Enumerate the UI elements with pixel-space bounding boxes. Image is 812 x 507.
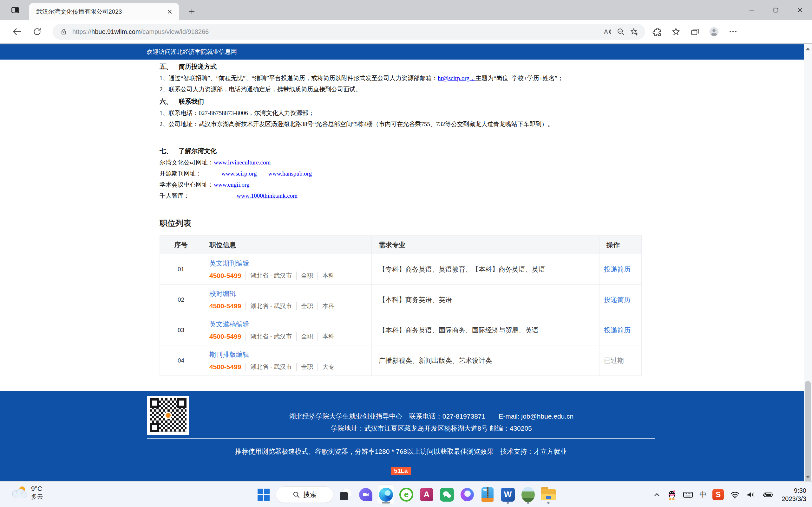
battery-charging-icon[interactable] (762, 490, 774, 499)
engii-link[interactable]: www.engii.org (214, 181, 249, 188)
favorites-button[interactable] (669, 24, 683, 39)
page-scrollbar[interactable] (804, 44, 812, 481)
maximize-button[interactable] (764, 0, 788, 20)
ime-mode-indicator[interactable]: 中 (699, 490, 706, 499)
hanspub-link[interactable]: www.hanspub.org (268, 170, 312, 177)
url-path: /campus/view/id/918266 (141, 28, 209, 35)
job-type: 全职 (296, 332, 313, 341)
close-icon (797, 7, 803, 13)
job-title-link[interactable]: 英文邀稿编辑 (209, 320, 371, 329)
minimize-button[interactable] (740, 0, 764, 20)
task-view-button[interactable] (337, 485, 354, 505)
action-cell: 投递简历 (600, 285, 641, 315)
clock-date: 2023/3/3 (781, 495, 806, 503)
apply-link[interactable]: 投递简历 (604, 326, 630, 335)
job-title-link[interactable]: 校对编辑 (209, 289, 371, 298)
scroll-down-button[interactable] (804, 472, 812, 481)
wechat-button[interactable] (439, 485, 455, 505)
job-type: 全职 (296, 272, 313, 280)
company-address-line: 2、公司地址：武汉市东湖高新技术开发区汤逊湖北路38号“光谷总部空间”5栋4楼（… (159, 120, 604, 128)
zip-app-button[interactable]: ZIP (479, 485, 496, 505)
photo-app-button[interactable] (520, 485, 537, 505)
footer-divider (147, 438, 655, 439)
contact-phone-line: 1、联系电话：027-86758873-8006，尔湾文化人力资源部； (159, 109, 604, 117)
360-browser-button[interactable]: e (398, 485, 415, 505)
add-favorite-button[interactable] (627, 25, 641, 38)
profile-button[interactable] (707, 24, 721, 39)
site-welcome-banner: 欢迎访问湖北经济学院就业信息网 (0, 44, 804, 60)
thinktank-link[interactable]: www.1000thinktank.com (237, 192, 298, 199)
table-row: 02 校对编辑 4500-5499 湖北省 - 武汉市 全职 本科 【本科】商务… (160, 284, 641, 315)
majors-cell: 【本科】商务英语、英语 (372, 285, 600, 315)
footer-address-line: 学院地址：武汉市江夏区藏龙岛开发区杨桥湖大道8号 邮编：430205 (177, 424, 685, 433)
majors-cell: 【本科】商务英语、国际商务、国际经济与贸易、英语 (372, 315, 600, 345)
qr-finder (177, 398, 187, 408)
tray-overflow-button[interactable] (653, 491, 661, 499)
active-tab[interactable]: 武汉尔湾文化传播有限公司2023 (29, 3, 179, 20)
table-row: 04 期刊排版编辑 4500-5499 湖北省 - 武汉市 全职 大专 广播影视… (160, 345, 641, 376)
touch-keyboard-icon[interactable] (682, 490, 693, 499)
action-cell: 已过期 (600, 345, 641, 376)
settings-more-button[interactable] (726, 24, 740, 39)
wifi-icon[interactable] (730, 490, 740, 499)
weather-icon (11, 485, 28, 500)
windows-taskbar: 9°C 多云 搜索 e A (0, 481, 812, 507)
weather-temp: 9°C (31, 484, 43, 493)
tab-actions-icon (10, 5, 20, 15)
sogou-input-icon[interactable]: S (712, 489, 724, 500)
360-browser-icon: e (399, 488, 413, 502)
start-button[interactable] (255, 485, 272, 505)
address-bar[interactable]: https://hbue.91wllm.com/campus/view/id/9… (53, 24, 645, 40)
taskbar-clock[interactable]: 9:30 2023/3/3 (781, 487, 806, 503)
scirp-link[interactable]: www.scirp.org (221, 170, 257, 177)
video-chat-app-button[interactable] (357, 485, 374, 505)
qq-tray-icon[interactable] (667, 489, 676, 500)
job-info-cell: 英文期刊编辑 4500-5499 湖北省 - 武汉市 全职 本科 (202, 254, 372, 284)
url-host: hbue.91wllm.com (91, 28, 141, 35)
edge-browser-button[interactable] (378, 485, 394, 505)
volume-icon[interactable] (746, 490, 756, 499)
apply-link[interactable]: 投递简历 (604, 265, 630, 274)
hr-email-link[interactable]: hr@scirp.org， (438, 75, 475, 81)
apply-link[interactable]: 投递简历 (604, 295, 630, 304)
svg-text:A: A (604, 29, 608, 35)
read-aloud-button[interactable]: A (601, 25, 614, 38)
scroll-up-button[interactable] (804, 44, 812, 53)
job-title-link[interactable]: 英文期刊编辑 (209, 259, 371, 268)
file-explorer-button[interactable] (540, 485, 557, 505)
word-button[interactable]: W (500, 485, 516, 505)
51la-badge[interactable]: 51La (391, 467, 411, 475)
website-row-company: 尔湾文化公司网址：www.irvineculture.com (159, 159, 604, 166)
wechat-icon (440, 488, 454, 502)
refresh-button[interactable] (30, 24, 44, 39)
taskbar-center: 搜索 e A ZIP (255, 482, 557, 507)
tab-actions-menu-button[interactable] (9, 4, 21, 16)
salary-range: 4500-5499 (209, 363, 241, 371)
header-info: 职位信息 (202, 236, 372, 254)
new-tab-button[interactable] (186, 6, 198, 18)
taskbar-search[interactable]: 搜索 (275, 487, 334, 503)
weather-widget[interactable]: 9°C 多云 (11, 484, 43, 501)
footer-notice-block: 推荐使用浏览器极速模式、谷歌浏览器，分辨率1280 * 768以上访问以获取最佳… (147, 447, 655, 475)
scroll-down-icon (806, 475, 810, 478)
tab-close-button[interactable] (165, 7, 174, 16)
url-scheme: https:// (72, 28, 91, 35)
loop-app-button[interactable] (459, 485, 475, 505)
running-indicator (548, 502, 550, 504)
back-button[interactable] (9, 24, 24, 39)
lock-icon (60, 27, 68, 36)
collections-button[interactable] (688, 24, 702, 39)
access-app-button[interactable]: A (418, 485, 435, 505)
row-number: 03 (160, 315, 202, 345)
scrollbar-thumb[interactable] (805, 381, 811, 481)
close-window-button[interactable] (788, 0, 812, 20)
irvineculture-link[interactable]: www.irvineculture.com (214, 159, 270, 166)
scroll-up-icon (806, 48, 810, 50)
star-icon (671, 27, 681, 37)
job-title-link[interactable]: 期刊排版编辑 (209, 350, 371, 359)
zoom-out-button[interactable] (614, 25, 627, 38)
minimize-icon (749, 7, 755, 13)
task-view-icon (339, 488, 352, 501)
extensions-button[interactable] (650, 24, 664, 39)
system-tray: 中 S 9:30 2023/3/3 (653, 482, 806, 507)
